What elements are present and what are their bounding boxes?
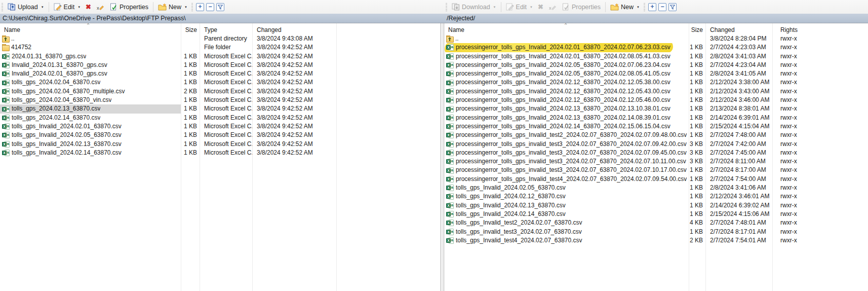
file-type: Microsoft Excel C... bbox=[200, 114, 252, 122]
column-header-size[interactable]: Size bbox=[689, 26, 705, 33]
file-row[interactable]: aXtolls_gps_Invalid_2024.02.14_63870.csv… bbox=[0, 149, 441, 157]
file-type: Microsoft Excel C... bbox=[200, 96, 252, 104]
sort-ascending-icon: ^ bbox=[565, 23, 567, 27]
file-rights: rwxr-x bbox=[772, 34, 868, 43]
delete-button[interactable]: ✖ bbox=[83, 1, 94, 13]
file-row[interactable]: ..Parent directory3/8/2024 9:43:08 AM bbox=[0, 34, 441, 43]
delete-button[interactable]: ✖ bbox=[535, 1, 546, 13]
new-button[interactable]: New ▼ bbox=[155, 1, 190, 13]
file-row[interactable]: aXtolls_gps_2024.02.04_63870_multiple.cs… bbox=[0, 87, 441, 96]
collapse-icon[interactable]: − bbox=[658, 3, 666, 11]
file-size: 1 KB bbox=[689, 69, 705, 78]
file-row[interactable]: aXprocessingerror_tolls_gps_Invalid_2024… bbox=[444, 78, 868, 87]
file-name: tolls_gps_Invalid_2024.02.01_63870.csv bbox=[12, 122, 122, 131]
file-row[interactable]: aXtolls_gps_2024.02.13_63870.csv1 KBMicr… bbox=[0, 104, 441, 113]
toolbar-grip[interactable] bbox=[446, 3, 447, 11]
filter-icon[interactable] bbox=[216, 3, 224, 11]
file-row[interactable]: aXprocessingerror_tolls_gps_Invalid_2024… bbox=[444, 96, 868, 104]
toolbar-grip[interactable] bbox=[2, 3, 3, 11]
column-header-type[interactable]: Type bbox=[200, 26, 252, 33]
file-rights: rwxr-x bbox=[772, 131, 868, 139]
file-row[interactable]: aXprocessingerror_tolls_gps_Invalid_2024… bbox=[444, 69, 868, 78]
edit-button[interactable]: Edit ▼ bbox=[51, 1, 84, 13]
file-row[interactable]: aXprocessingerror_tolls_gps_invalid_test… bbox=[444, 140, 868, 149]
toolbar-grip[interactable] bbox=[191, 3, 193, 11]
column-header-changed[interactable]: Changed bbox=[252, 26, 336, 33]
file-row[interactable]: ..3/8/2024 8:28:04 PMrwxr-x bbox=[444, 34, 868, 43]
file-rights: rwxr-x bbox=[772, 78, 868, 87]
file-row[interactable]: aXtolls_gps_2024.02.04_63870_vin.csv1 KB… bbox=[0, 96, 441, 104]
toolbar-grip[interactable] bbox=[644, 3, 645, 11]
new-folder-icon bbox=[158, 3, 167, 11]
remote-path[interactable]: /Rejected/ bbox=[444, 14, 868, 23]
file-row[interactable]: aXtolls_gps_Invalid_2024.02.05_63870.csv… bbox=[0, 131, 441, 139]
column-header-name[interactable]: Name bbox=[444, 26, 689, 33]
rename-button[interactable]: x bbox=[94, 1, 107, 13]
toolbar-separator bbox=[153, 2, 153, 12]
file-row[interactable]: aXtolls_gps_Invalid_2024.02.13_63870.csv… bbox=[444, 201, 868, 210]
file-row[interactable]: aXprocessingerror_tolls_gps_Invalid_2024… bbox=[444, 52, 868, 61]
rename-icon: x bbox=[96, 3, 104, 11]
file-rights: rwxr-x bbox=[772, 69, 868, 78]
file-rights: rwxr-x bbox=[772, 166, 868, 174]
file-changed: 3/8/2024 9:42:52 AM bbox=[252, 114, 336, 122]
column-header-changed[interactable]: Changed bbox=[705, 26, 772, 33]
file-row[interactable]: aXtolls_gps_2024.02.04_63870.csv1 KBMicr… bbox=[0, 78, 441, 87]
file-changed: 3/8/2024 9:42:52 AM bbox=[252, 122, 336, 131]
excel-file-icon: aX bbox=[446, 220, 454, 226]
download-label: Download bbox=[462, 4, 490, 11]
file-row[interactable]: aXprocessingerror_tolls_gps_invalid_test… bbox=[444, 166, 868, 174]
file-row[interactable]: aXprocessingerror_tolls_gps_Invalid_2024… bbox=[444, 122, 868, 131]
file-row[interactable]: aXtolls_gps_Invalid_2024.02.05_63870.csv… bbox=[444, 184, 868, 192]
expand-icon[interactable]: + bbox=[196, 3, 204, 11]
file-row[interactable]: aXInvalid_2024.02.01_63870_gps.csv1 KBMi… bbox=[0, 69, 441, 78]
file-row[interactable]: aXtolls_gps_invalid_test3_2024.02.07_638… bbox=[444, 228, 868, 236]
file-row[interactable]: aXprocessingerror_tolls_gps_Invalid_test… bbox=[444, 175, 868, 184]
file-rights: rwxr-x bbox=[772, 228, 868, 236]
file-row[interactable]: aXprocessingerror_tolls_gps_Invalid_2024… bbox=[444, 104, 868, 113]
file-row[interactable]: aX2024.01.31_63870_gps.csv1 KBMicrosoft … bbox=[0, 52, 441, 61]
properties-button[interactable]: Properties bbox=[559, 1, 603, 13]
column-header-rights[interactable]: Rights bbox=[772, 26, 868, 33]
file-row[interactable]: aXprocessingerror_tolls_gps_Invalid_2024… bbox=[444, 87, 868, 96]
edit-icon bbox=[54, 3, 62, 11]
file-row[interactable]: aXInvalid_2024.01.31_63870_gps.csv1 KBMi… bbox=[0, 61, 441, 69]
download-button[interactable]: Download ▼ bbox=[449, 1, 499, 13]
file-rights: rwxr-x bbox=[772, 61, 868, 69]
file-row[interactable]: aXprocessingerror_tolls_gps_Invalid_2024… bbox=[444, 61, 868, 69]
panel-splitter[interactable] bbox=[441, 23, 444, 291]
upload-button[interactable]: Upload ▼ bbox=[5, 1, 47, 13]
rename-button[interactable]: x bbox=[546, 1, 559, 13]
file-row[interactable]: aXtolls_gps_Invalid_test2_2024.02.07_638… bbox=[444, 219, 868, 227]
file-type: Microsoft Excel C... bbox=[200, 52, 252, 61]
filter-icon[interactable] bbox=[668, 3, 677, 11]
column-header-size[interactable]: Size bbox=[181, 26, 200, 33]
file-row[interactable]: aXtolls_gps_Invalid_2024.02.13_63870.csv… bbox=[0, 140, 441, 149]
file-type: Microsoft Excel C... bbox=[200, 149, 252, 157]
file-row[interactable]: aXprocessingerror_tolls_gps_Invalid_2024… bbox=[444, 43, 868, 52]
sort-ascending-icon: ^ bbox=[87, 23, 89, 27]
file-row[interactable]: aXprocessingerror_tolls_gps_invalid_test… bbox=[444, 149, 868, 157]
file-row[interactable]: 414752File folder3/8/2024 9:42:52 AM bbox=[0, 43, 441, 52]
file-row[interactable]: aXprocessingerror_tolls_gps_Invalid_test… bbox=[444, 131, 868, 139]
file-row[interactable]: aXprocessingerror_tolls_gps_Invalid_2024… bbox=[444, 114, 868, 122]
file-name: processingerror_tolls_gps_Invalid_2024.0… bbox=[456, 114, 670, 122]
chevron-down-icon: ▼ bbox=[530, 6, 533, 9]
collapse-icon[interactable]: − bbox=[206, 3, 214, 11]
new-label: New bbox=[169, 4, 181, 11]
file-row[interactable]: aXtolls_gps_Invalid_test4_2024.02.07_638… bbox=[444, 236, 868, 245]
file-row[interactable]: aXtolls_gps_Invalid_2024.02.12_63870.csv… bbox=[444, 192, 868, 201]
local-column-headers: ^ Name Size Type Changed bbox=[0, 23, 441, 34]
file-row[interactable]: aXtolls_gps_Invalid_2024.02.14_63870.csv… bbox=[444, 210, 868, 219]
file-row[interactable]: aXprocessingerror_tolls_gps_invalid_test… bbox=[444, 157, 868, 166]
file-size: 1 KB bbox=[181, 131, 200, 139]
properties-button[interactable]: Properties bbox=[107, 1, 151, 13]
file-row[interactable]: aXtolls_gps_2024.02.14_63870.csv1 KBMicr… bbox=[0, 114, 441, 122]
edit-button[interactable]: Edit ▼ bbox=[503, 1, 536, 13]
file-name: tolls_gps_Invalid_test2_2024.02.07_63870… bbox=[456, 219, 582, 227]
column-header-name[interactable]: Name bbox=[0, 26, 181, 33]
local-path[interactable]: C:\Users\Chirag.Surti\OneDrive - PrePass… bbox=[0, 14, 444, 23]
new-button[interactable]: New ▼ bbox=[608, 1, 642, 13]
expand-icon[interactable]: + bbox=[648, 3, 656, 11]
file-row[interactable]: aXtolls_gps_Invalid_2024.02.01_63870.csv… bbox=[0, 122, 441, 131]
